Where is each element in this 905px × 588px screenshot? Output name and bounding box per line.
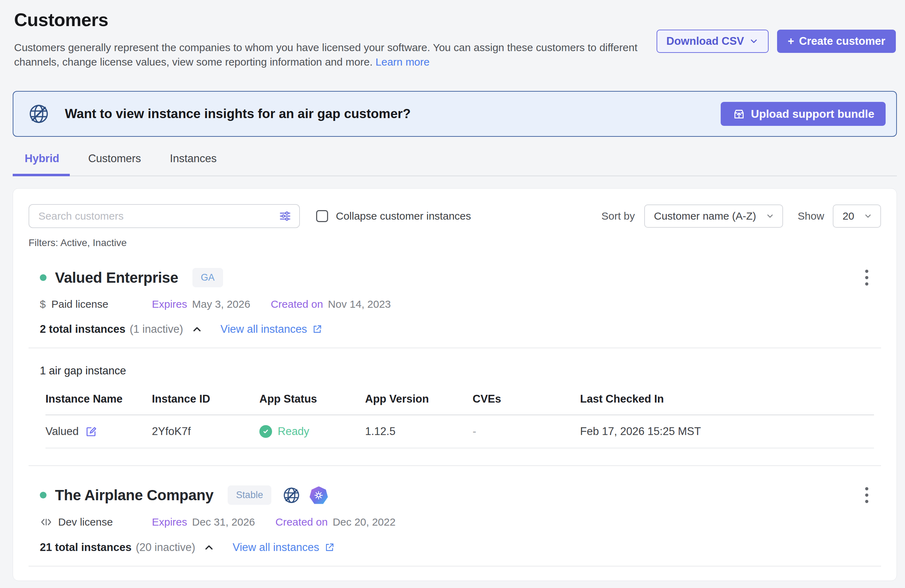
learn-more-link[interactable]: Learn more — [376, 56, 430, 68]
license-type: Dev license — [40, 516, 152, 528]
col-last-checked-in: Last Checked In — [580, 393, 874, 405]
air-gap-instance-label: 1 air gap instance — [29, 364, 881, 377]
inactive-instances-text: (1 inactive) — [130, 323, 183, 335]
customer-name[interactable]: Valued Enterprise — [55, 269, 178, 286]
app-status: Ready — [278, 425, 310, 438]
page-description: Customers generally represent the compan… — [14, 40, 645, 69]
external-link-icon — [324, 542, 335, 553]
instances-summary-row: 21 total instances (20 inactive) View al… — [29, 541, 881, 554]
inactive-instances-text: (20 inactive) — [136, 541, 195, 554]
search-box — [29, 204, 300, 228]
header-actions: Download CSV + Create customer — [657, 30, 896, 53]
plus-icon: + — [788, 35, 794, 48]
view-all-instances-link[interactable]: View all instances — [233, 541, 335, 554]
channel-badge: GA — [192, 268, 223, 287]
sort-by-label: Sort by — [601, 210, 635, 222]
customer-name[interactable]: The Airplane Company — [55, 487, 214, 504]
license-row: Dev license Expires Dec 31, 2026 Created… — [29, 516, 881, 528]
filter-sliders-icon[interactable] — [278, 209, 292, 223]
active-status-dot — [40, 274, 46, 281]
chevron-up-icon[interactable] — [203, 542, 215, 553]
download-csv-label: Download CSV — [667, 35, 744, 48]
expires-label: Expires — [152, 516, 187, 528]
collapse-instances-checkbox[interactable] — [316, 210, 328, 222]
cves-value: - — [473, 425, 580, 438]
app-version: 1.12.5 — [365, 425, 473, 438]
active-filters-text: Filters: Active, Inactive — [29, 237, 881, 248]
view-all-instances-label: View all instances — [221, 323, 307, 335]
divider — [29, 348, 881, 348]
created-on-label: Created on — [271, 298, 323, 310]
show-value: 20 — [843, 210, 854, 222]
customer-menu-button[interactable] — [863, 267, 870, 288]
customer-header: Valued Enterprise GA — [29, 267, 881, 288]
download-csv-button[interactable]: Download CSV — [657, 30, 768, 53]
instances-summary-row: 2 total instances (1 inactive) View all … — [29, 323, 881, 335]
search-input[interactable] — [38, 210, 278, 222]
toolbar-right: Sort by Customer name (A-Z) Show 20 — [601, 205, 881, 228]
customers-card: Collapse customer instances Sort by Cust… — [13, 188, 897, 581]
chevron-down-icon — [765, 211, 775, 221]
total-instances-text: 2 total instances — [40, 323, 125, 335]
create-customer-button[interactable]: + Create customer — [777, 30, 896, 53]
upload-support-bundle-button[interactable]: Upload support bundle — [721, 102, 886, 126]
channel-badge: Stable — [228, 485, 272, 505]
external-link-icon — [312, 324, 322, 335]
total-instances-text: 21 total instances — [40, 541, 132, 554]
customer-section-airplane-company: The Airplane Company Stable — [29, 485, 881, 581]
show-select[interactable]: 20 — [833, 205, 881, 228]
expires-date: Dec 31, 2026 — [192, 516, 255, 528]
collapse-instances-label: Collapse customer instances — [336, 210, 471, 222]
dollar-icon: $ — [40, 298, 46, 310]
customer-menu-button[interactable] — [863, 485, 870, 505]
page-description-text: Customers generally represent the compan… — [14, 41, 638, 68]
chevron-down-icon — [749, 36, 759, 46]
view-all-instances-label: View all instances — [233, 541, 319, 554]
section-divider — [29, 465, 881, 466]
sort-by-value: Customer name (A-Z) — [654, 210, 756, 222]
toolbar: Collapse customer instances Sort by Cust… — [29, 204, 881, 228]
col-instance-name: Instance Name — [46, 393, 152, 405]
license-type-label: Dev license — [58, 516, 113, 528]
chevron-down-icon — [864, 211, 873, 221]
instance-id: 2YfoK7f — [152, 425, 259, 438]
air-gap-globe-icon — [27, 103, 50, 125]
col-cves: CVEs — [473, 393, 580, 405]
col-app-version: App Version — [365, 393, 473, 405]
col-app-status: App Status — [259, 393, 365, 405]
app-status-cell: Ready — [259, 425, 365, 438]
sort-by-select[interactable]: Customer name (A-Z) — [644, 205, 783, 228]
check-circle-icon — [259, 425, 272, 438]
instance-table-header: Instance Name Instance ID App Status App… — [46, 393, 874, 415]
air-gap-banner: Want to view instance insights for an ai… — [13, 91, 897, 137]
air-gap-globe-icon — [282, 486, 301, 505]
instance-name-cell: Valued — [46, 425, 152, 438]
chevron-up-icon[interactable] — [191, 323, 203, 335]
upload-bundle-icon — [732, 107, 746, 121]
show-label: Show — [798, 210, 824, 222]
upload-bundle-label: Upload support bundle — [751, 108, 874, 121]
created-date: Nov 14, 2023 — [328, 298, 391, 310]
page-header: Customers Customers generally represent … — [0, 0, 905, 69]
tab-bar: Hybrid Customers Instances — [13, 152, 897, 176]
kubernetes-icon — [310, 486, 328, 504]
view-all-instances-link[interactable]: View all instances — [221, 323, 323, 335]
instance-name: Valued — [46, 425, 79, 438]
active-status-dot — [40, 492, 46, 499]
page-title: Customers — [14, 9, 897, 30]
license-type-label: Paid license — [51, 298, 108, 310]
tab-hybrid[interactable]: Hybrid — [24, 152, 60, 176]
banner-heading: Want to view instance insights for an ai… — [65, 106, 411, 121]
edit-icon[interactable] — [85, 425, 98, 438]
last-checked-in: Feb 17, 2026 15:25 MST — [580, 425, 874, 438]
customer-section-valued-enterprise: Valued Enterprise GA $ Paid license Expi… — [29, 267, 881, 466]
expires-date: May 3, 2026 — [192, 298, 250, 310]
tab-instances[interactable]: Instances — [169, 152, 218, 176]
instance-table: Instance Name Instance ID App Status App… — [46, 393, 874, 448]
divider — [29, 566, 881, 566]
tab-customers[interactable]: Customers — [87, 152, 142, 176]
expires-label: Expires — [152, 298, 187, 310]
customer-header: The Airplane Company Stable — [29, 485, 881, 505]
col-instance-id: Instance ID — [152, 393, 259, 405]
collapse-instances-control[interactable]: Collapse customer instances — [316, 210, 471, 222]
